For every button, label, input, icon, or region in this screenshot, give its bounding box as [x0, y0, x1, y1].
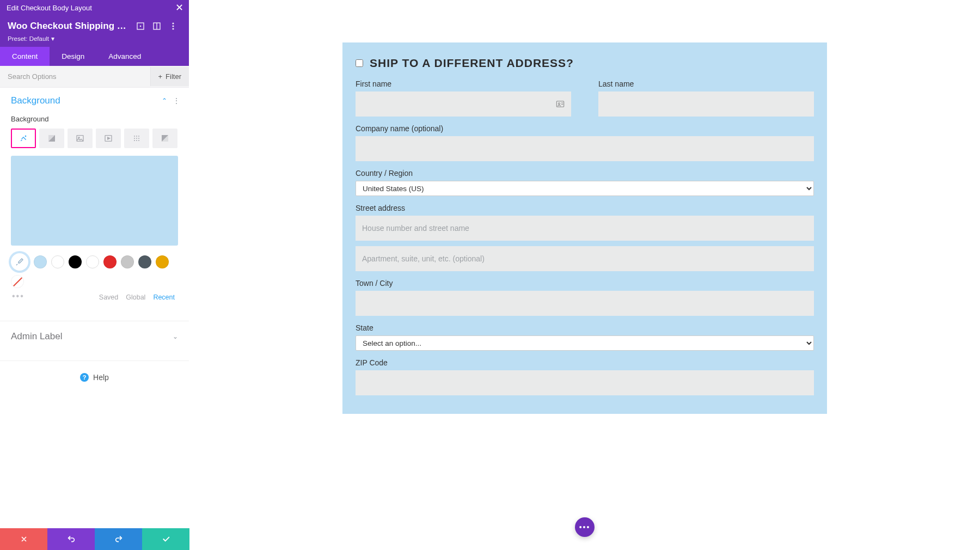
city-label: Town / City — [356, 279, 814, 288]
background-sublabel: Background — [11, 115, 178, 123]
street1-input[interactable] — [356, 216, 814, 241]
city-input[interactable] — [356, 291, 814, 316]
zip-label: ZIP Code — [356, 358, 814, 367]
tab-content[interactable]: Content — [0, 47, 50, 66]
ship-heading: Ship to a different address? — [370, 57, 574, 70]
swatch-6[interactable] — [138, 255, 151, 268]
modal-titlebar: Edit Checkout Body Layout ✕ — [0, 0, 189, 15]
hover-icon[interactable] — [152, 22, 161, 30]
redo-button[interactable] — [95, 528, 142, 550]
help-icon: ? — [80, 373, 89, 382]
action-footer — [0, 528, 189, 550]
swatch-7[interactable] — [156, 255, 169, 268]
swatch-2[interactable] — [69, 255, 82, 268]
street-label: Street address — [356, 204, 814, 212]
bg-type-video[interactable] — [96, 129, 121, 148]
preset-selector[interactable]: Preset: Default ▾ — [8, 35, 181, 42]
country-label: Country / Region — [356, 169, 814, 178]
eyedropper-button[interactable] — [11, 253, 28, 271]
builder-fab[interactable]: ••• — [575, 517, 595, 537]
svg-point-17 — [138, 138, 139, 139]
color-preview[interactable] — [11, 156, 178, 246]
bg-type-pattern[interactable] — [124, 129, 149, 148]
svg-point-12 — [134, 136, 135, 137]
svg-point-13 — [136, 136, 137, 137]
ship-heading-row: Ship to a different address? — [356, 57, 814, 70]
save-button[interactable] — [142, 528, 189, 550]
tab-design[interactable]: Design — [50, 47, 96, 66]
svg-point-18 — [134, 140, 135, 141]
company-input[interactable] — [356, 136, 814, 161]
svg-point-20 — [138, 140, 139, 141]
undo-button[interactable] — [47, 528, 95, 550]
swatch-tab-recent[interactable]: Recent — [153, 294, 175, 301]
swatch-3[interactable] — [86, 255, 99, 268]
state-label: State — [356, 323, 814, 332]
swatch-row — [11, 253, 178, 288]
help-label: Help — [93, 373, 109, 382]
background-title: Background — [11, 95, 60, 106]
close-icon[interactable]: ✕ — [175, 3, 183, 13]
swatch-none[interactable] — [11, 275, 24, 288]
swatch-tab-global[interactable]: Global — [126, 294, 145, 301]
svg-point-14 — [138, 136, 139, 137]
swatch-4[interactable] — [103, 255, 117, 268]
zip-input[interactable] — [356, 370, 814, 395]
search-input[interactable] — [0, 66, 150, 87]
kebab-icon[interactable]: ⋮ — [173, 96, 180, 105]
background-toggle[interactable]: Background ⌃ ⋮ — [0, 88, 189, 112]
swatch-tabs: Saved Global Recent — [99, 288, 178, 301]
bg-type-mask[interactable] — [152, 129, 177, 148]
svg-point-5 — [172, 25, 174, 27]
svg-point-4 — [172, 22, 174, 24]
country-select[interactable]: United States (US) — [356, 181, 814, 196]
bg-type-color[interactable] — [11, 129, 36, 148]
shipping-form-card: Ship to a different address? First name … — [342, 42, 827, 414]
modal-title: Edit Checkout Body Layout — [7, 4, 92, 12]
swatch-0[interactable] — [34, 255, 47, 268]
more-swatches-icon[interactable]: ••• — [11, 288, 26, 301]
swatch-1[interactable] — [51, 255, 64, 268]
settings-tabs: Content Design Advanced — [0, 47, 189, 66]
swatch-tab-saved[interactable]: Saved — [99, 294, 118, 301]
first-name-label: First name — [356, 80, 571, 88]
bg-type-image[interactable] — [68, 129, 93, 148]
last-name-label: Last name — [598, 80, 814, 88]
svg-point-15 — [134, 138, 135, 139]
preview-area: Ship to a different address? First name … — [189, 15, 980, 550]
street2-input[interactable] — [356, 246, 814, 271]
expand-icon[interactable] — [136, 22, 145, 30]
settings-sidebar: Edit Checkout Body Layout ✕ Woo Checkout… — [0, 0, 189, 550]
admin-label-title: Admin Label — [11, 331, 63, 342]
plus-icon: + — [158, 72, 163, 81]
module-header: Woo Checkout Shipping Set... Preset: Def… — [0, 15, 189, 47]
ship-different-checkbox[interactable] — [356, 59, 363, 67]
svg-point-16 — [136, 138, 137, 139]
module-title: Woo Checkout Shipping Set... — [8, 21, 127, 32]
first-name-input[interactable] — [356, 91, 571, 117]
filter-label: Filter — [166, 72, 181, 81]
chevron-down-icon: ⌄ — [173, 333, 178, 340]
last-name-input[interactable] — [598, 91, 814, 117]
kebab-icon[interactable] — [169, 22, 177, 30]
tab-advanced[interactable]: Advanced — [96, 47, 153, 66]
svg-point-6 — [172, 28, 174, 29]
background-type-row — [11, 129, 178, 148]
background-panel: Background — [0, 112, 189, 312]
chevron-down-icon: ▾ — [51, 35, 54, 42]
svg-point-7 — [25, 136, 26, 136]
bg-type-gradient[interactable] — [39, 129, 64, 148]
cancel-button[interactable] — [0, 528, 47, 550]
svg-point-19 — [136, 140, 137, 141]
swatch-5[interactable] — [121, 255, 134, 268]
svg-point-10 — [78, 137, 79, 138]
filter-button[interactable]: + Filter — [150, 67, 189, 86]
state-select[interactable]: Select an option... — [356, 335, 814, 351]
svg-point-1 — [140, 26, 142, 27]
search-filter-row: + Filter — [0, 66, 189, 88]
preset-label: Preset: Default — [8, 35, 49, 42]
chevron-up-icon: ⌃ — [162, 97, 167, 105]
admin-label-toggle[interactable]: Admin Label ⌄ — [0, 321, 189, 352]
help-row[interactable]: ? Help — [0, 361, 189, 394]
company-label: Company name (optional) — [356, 124, 814, 133]
